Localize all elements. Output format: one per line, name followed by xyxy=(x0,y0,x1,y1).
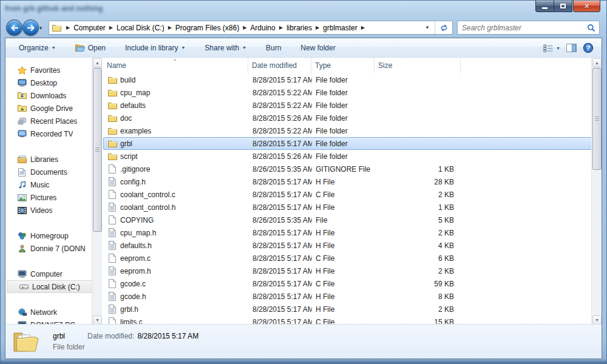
sidebar-item-music[interactable]: Music xyxy=(5,178,102,191)
breadcrumb-item[interactable]: grblmaster xyxy=(322,24,359,32)
maximize-button[interactable] xyxy=(554,1,572,12)
file-row[interactable]: defaults8/28/2015 5:22 AMFile folder xyxy=(103,99,602,112)
file-row[interactable]: coolant_control.c8/28/2015 5:17 AMC File… xyxy=(103,188,602,201)
column-header-date-modified[interactable]: Date modified xyxy=(248,58,311,73)
file-row[interactable]: coolant_control.h8/28/2015 5:17 AMH File… xyxy=(103,201,602,214)
disk-icon xyxy=(18,283,29,290)
chevron-down-icon: ▼ xyxy=(181,46,185,50)
folder-icon xyxy=(107,153,117,160)
file-row[interactable]: gcode.h8/28/2015 5:17 AMH File8 KB xyxy=(103,290,602,303)
toolbar-share-with-button[interactable]: Share with▼ xyxy=(198,41,253,55)
scroll-up-icon[interactable]: ▲ xyxy=(592,58,602,67)
sidebar-section-homegroup[interactable]: Homegroup xyxy=(5,229,102,242)
help-button[interactable]: ? xyxy=(580,40,597,56)
column-header-type[interactable]: Type xyxy=(311,58,375,73)
back-arrow-icon xyxy=(10,24,19,32)
sidebar-scroll-thumb[interactable] xyxy=(93,68,102,232)
sidebar-section-computer[interactable]: Computer xyxy=(5,268,102,280)
toolbar-include-in-library-button[interactable]: Include in library▼ xyxy=(119,41,191,55)
sidebar-section-favorites[interactable]: Favorites xyxy=(5,64,102,76)
filelist-scrollbar[interactable]: ▲ ▼ xyxy=(591,58,602,325)
file-lines-icon xyxy=(107,305,117,314)
search-input[interactable] xyxy=(458,24,587,32)
address-bar[interactable]: ▶Computer▶Local Disk (C:)▶Program Files … xyxy=(49,21,453,35)
sidebar-item-donnie-7-donn[interactable]: Donnie 7 (DONN xyxy=(5,242,102,255)
sort-ascending-icon: ▲ xyxy=(173,58,177,61)
close-button[interactable]: ✕ xyxy=(573,1,600,12)
open-folder-icon xyxy=(75,44,85,52)
window-title: from grb github and nothing xyxy=(5,4,103,13)
sidebar-item-local-disk-c-[interactable]: Local Disk (C:) xyxy=(7,280,100,293)
file-row[interactable]: COPYING8/26/2015 5:35 AMFile5 KB xyxy=(103,214,602,226)
sidebar-item-pictures[interactable]: Pictures xyxy=(5,191,102,204)
breadcrumb-item[interactable]: Program Files (x86) xyxy=(174,24,240,32)
scroll-down-icon[interactable]: ▼ xyxy=(592,315,602,325)
sidebar-item-google-drive[interactable]: Google Drive xyxy=(5,102,102,115)
gdrive-icon xyxy=(16,104,27,112)
window-controls: ✕ xyxy=(535,1,600,12)
breadcrumb-item[interactable]: Computer xyxy=(72,24,107,32)
column-header-name[interactable]: ▲Name xyxy=(103,58,248,73)
breadcrumb-separator-icon: ▶ xyxy=(166,25,174,30)
file-row[interactable]: doc8/28/2015 5:26 AMFile folder xyxy=(103,112,602,124)
sidebar-item-videos[interactable]: Videos xyxy=(5,204,102,217)
navigation-pane: FavoritesDesktopDownloadsGoogle DriveRec… xyxy=(5,58,102,325)
svg-text:?: ? xyxy=(586,44,591,52)
documents-icon xyxy=(16,168,27,177)
file-row[interactable]: eeprom.h8/28/2015 5:17 AMH File2 KB xyxy=(103,265,602,277)
address-dropdown-icon[interactable]: ▼ xyxy=(420,25,435,30)
sidebar-item-recent-places[interactable]: Recent Places xyxy=(5,115,102,127)
sidebar-section-network[interactable]: Network xyxy=(5,306,102,318)
refresh-button[interactable] xyxy=(435,21,452,34)
preview-pane-button[interactable] xyxy=(563,41,580,55)
file-lines-icon xyxy=(107,228,117,237)
file-row[interactable]: .gitignore8/26/2015 5:35 AMGITIGNORE Fil… xyxy=(103,163,602,175)
change-view-button[interactable]: ▼ xyxy=(540,42,563,55)
sidebar-item-desktop[interactable]: Desktop xyxy=(5,76,102,89)
folder-icon xyxy=(107,76,117,84)
file-row[interactable]: cpu_map.h8/28/2015 5:17 AMH File2 KB xyxy=(103,226,602,239)
music-icon xyxy=(16,181,27,189)
toolbar-new-folder-button[interactable]: New folder xyxy=(294,41,341,55)
filelist-scroll-thumb[interactable] xyxy=(592,68,602,170)
sidebar-scrollbar[interactable]: ▲ ▼ xyxy=(92,58,102,325)
file-row[interactable]: gcode.c8/28/2015 5:17 AMC File59 KB xyxy=(103,277,602,290)
breadcrumb-item[interactable]: Arduino xyxy=(249,24,276,32)
sidebar-item-downloads[interactable]: Downloads xyxy=(5,89,102,102)
scroll-up-icon[interactable]: ▲ xyxy=(93,58,102,67)
sidebar-item-documents[interactable]: Documents xyxy=(5,166,102,178)
folder-open-icon xyxy=(13,330,39,353)
scroll-down-icon[interactable]: ▼ xyxy=(93,315,102,325)
toolbar-burn-button[interactable]: Burn xyxy=(260,41,287,55)
file-row[interactable]: grbl8/28/2015 5:17 AMFile folder xyxy=(103,137,602,150)
folder-icon xyxy=(107,127,117,135)
file-row[interactable]: script8/28/2015 5:26 AMFile folder xyxy=(103,150,602,163)
toolbar-organize-button[interactable]: Organize▼ xyxy=(13,41,62,55)
file-row[interactable]: grbl.h8/28/2015 5:17 AMH File2 KB xyxy=(103,303,602,315)
minimize-button[interactable] xyxy=(535,1,554,12)
file-row[interactable]: config.h8/28/2015 5:17 AMH File28 KB xyxy=(103,175,602,188)
file-row[interactable]: defaults.h8/28/2015 5:17 AMH File4 KB xyxy=(103,239,602,252)
forward-arrow-icon xyxy=(27,24,35,32)
recent-pages-dropdown[interactable]: ▼ xyxy=(38,25,43,31)
column-header-size[interactable]: Size xyxy=(375,58,461,73)
file-icon xyxy=(107,279,117,288)
sidebar-item-recorded-tv[interactable]: Recorded TV xyxy=(5,127,102,140)
breadcrumb-item[interactable]: Local Disk (C:) xyxy=(115,24,166,32)
toolbar-open-button[interactable]: Open xyxy=(69,41,112,55)
maximize-icon xyxy=(560,4,566,8)
breadcrumb-item[interactable]: libraries xyxy=(285,24,313,32)
forward-button[interactable] xyxy=(22,19,39,36)
file-list-pane: ▲NameDate modifiedTypeSize build8/28/201… xyxy=(102,58,602,325)
file-row[interactable]: cpu_map8/28/2015 5:22 AMFile folder xyxy=(103,86,602,99)
title-bar: from grb github and nothing xyxy=(5,4,260,15)
network-icon xyxy=(16,308,27,316)
file-row[interactable]: build8/28/2015 5:17 AMFile folder xyxy=(103,73,602,86)
search-icon[interactable] xyxy=(587,24,599,32)
back-button[interactable] xyxy=(6,19,22,36)
breadcrumb: ▶Computer▶Local Disk (C:)▶Program Files … xyxy=(64,24,367,32)
sidebar-section-libraries[interactable]: Libraries xyxy=(5,153,102,166)
recent-places-icon xyxy=(16,117,27,125)
file-row[interactable]: eeprom.c8/28/2015 5:17 AMC File6 KB xyxy=(103,252,602,265)
file-row[interactable]: examples8/28/2015 5:22 AMFile folder xyxy=(103,124,602,137)
